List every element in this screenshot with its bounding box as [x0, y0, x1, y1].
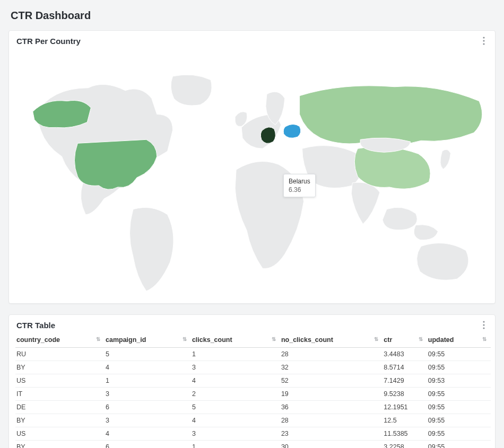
map-body: Belarus 6.36 — [9, 49, 495, 303]
cell-country_code: US — [15, 427, 105, 441]
svg-point-2 — [483, 43, 484, 45]
cell-country_code: US — [15, 374, 105, 388]
cell-updated: 09:55 — [427, 361, 491, 374]
cell-ctr: 3.2258 — [383, 441, 427, 449]
panel-header: CTR Per Country — [9, 31, 495, 49]
country-by[interactable] — [283, 124, 301, 138]
cell-no_clicks_count: 30 — [280, 441, 383, 449]
table-row[interactable]: US14527.142909:53 — [15, 374, 491, 388]
table-body: country_code⇅ campaign_id⇅ clicks_count⇅… — [9, 333, 495, 448]
cell-campaign_id: 1 — [105, 374, 191, 388]
country-de[interactable] — [260, 127, 275, 144]
country-cn[interactable] — [354, 147, 430, 189]
col-campaign_id[interactable]: campaign_id⇅ — [105, 333, 191, 348]
cell-ctr: 8.5714 — [383, 361, 427, 374]
svg-point-0 — [483, 37, 484, 38]
cell-no_clicks_count: 52 — [280, 374, 383, 388]
col-label: clicks_count — [192, 336, 232, 344]
table-row[interactable]: DE653612.195109:55 — [15, 401, 491, 414]
country-ru[interactable] — [300, 86, 482, 145]
svg-point-1 — [483, 40, 484, 41]
cell-country_code: BY — [15, 441, 105, 449]
cell-ctr: 12.5 — [383, 414, 427, 427]
panel-title: CTR Table — [16, 321, 55, 330]
cell-no_clicks_count: 28 — [280, 348, 383, 361]
panel-menu-icon[interactable] — [479, 320, 489, 330]
cell-no_clicks_count: 19 — [280, 388, 383, 401]
country-us-alaska[interactable] — [33, 101, 91, 128]
page-root: CTR Dashboard CTR Per Country — [0, 0, 504, 448]
cell-no_clicks_count: 32 — [280, 361, 383, 374]
col-updated[interactable]: updated⇅ — [427, 333, 491, 348]
panel-header: CTR Table — [9, 315, 495, 333]
ctr-table-panel: CTR Table country_code⇅ campaign_id⇅ cli… — [8, 314, 496, 448]
cell-clicks_count: 3 — [191, 427, 280, 441]
svg-point-4 — [483, 324, 484, 326]
cell-updated: 09:55 — [427, 401, 491, 414]
panel-menu-icon[interactable] — [479, 36, 489, 46]
col-clicks_count[interactable]: clicks_count⇅ — [191, 333, 280, 348]
panel-title: CTR Per Country — [16, 37, 81, 46]
col-country_code[interactable]: country_code⇅ — [15, 333, 105, 348]
tooltip-country: Belarus — [289, 177, 310, 186]
page-title: CTR Dashboard — [11, 10, 496, 22]
cell-campaign_id: 3 — [105, 388, 191, 401]
ctr-table: country_code⇅ campaign_id⇅ clicks_count⇅… — [15, 333, 491, 348]
col-ctr[interactable]: ctr⇅ — [383, 333, 427, 348]
col-label: no_clicks_count — [281, 336, 333, 344]
table-row[interactable]: BY342812.509:55 — [15, 414, 491, 427]
ctr-per-country-panel: CTR Per Country — [8, 30, 496, 304]
cell-updated: 09:55 — [427, 441, 491, 449]
cell-updated: 09:55 — [427, 427, 491, 441]
cell-country_code: IT — [15, 388, 105, 401]
cell-campaign_id: 6 — [105, 401, 191, 414]
cell-country_code: BY — [15, 414, 105, 427]
sort-icon: ⇅ — [183, 336, 187, 342]
cell-clicks_count: 4 — [191, 414, 280, 427]
cell-country_code: DE — [15, 401, 105, 414]
cell-clicks_count: 1 — [191, 441, 280, 449]
world-map[interactable]: Belarus 6.36 — [13, 51, 491, 299]
table-head: country_code⇅ campaign_id⇅ clicks_count⇅… — [15, 333, 491, 348]
col-label: updated — [428, 336, 454, 344]
cell-updated: 09:55 — [427, 388, 491, 401]
table-scroll[interactable]: RU51283.448309:55BY43328.571409:55US1452… — [15, 348, 491, 448]
cell-campaign_id: 6 — [105, 441, 191, 449]
tooltip-value: 6.36 — [289, 186, 310, 194]
cell-campaign_id: 4 — [105, 427, 191, 441]
cell-campaign_id: 3 — [105, 414, 191, 427]
cell-ctr: 7.1429 — [383, 374, 427, 388]
col-no_clicks_count[interactable]: no_clicks_count⇅ — [280, 333, 383, 348]
table-row[interactable]: IT32199.523809:55 — [15, 388, 491, 401]
cell-updated: 09:55 — [427, 348, 491, 361]
col-label: campaign_id — [106, 336, 146, 344]
cell-updated: 09:55 — [427, 414, 491, 427]
sort-icon: ⇅ — [419, 336, 423, 342]
svg-point-5 — [483, 327, 484, 329]
map-tooltip: Belarus 6.36 — [283, 174, 316, 197]
cell-country_code: BY — [15, 361, 105, 374]
cell-ctr: 12.1951 — [383, 401, 427, 414]
table-row[interactable]: US432311.538509:55 — [15, 427, 491, 441]
cell-updated: 09:53 — [427, 374, 491, 388]
sort-icon: ⇅ — [272, 336, 276, 342]
col-label: country_code — [16, 336, 60, 344]
table-row[interactable]: RU51283.448309:55 — [15, 348, 491, 361]
cell-campaign_id: 5 — [105, 348, 191, 361]
table-row[interactable]: BY43328.571409:55 — [15, 361, 491, 374]
cell-clicks_count: 3 — [191, 361, 280, 374]
table-row[interactable]: BY61303.225809:55 — [15, 441, 491, 449]
cell-clicks_count: 1 — [191, 348, 280, 361]
country-us[interactable] — [74, 139, 157, 189]
cell-no_clicks_count: 36 — [280, 401, 383, 414]
cell-no_clicks_count: 28 — [280, 414, 383, 427]
cell-ctr: 3.4483 — [383, 348, 427, 361]
svg-point-3 — [483, 321, 484, 322]
cell-clicks_count: 5 — [191, 401, 280, 414]
sort-icon: ⇅ — [96, 336, 100, 342]
cell-country_code: RU — [15, 348, 105, 361]
cell-ctr: 11.5385 — [383, 427, 427, 441]
ctr-table-rows: RU51283.448309:55BY43328.571409:55US1452… — [15, 348, 491, 448]
cell-ctr: 9.5238 — [383, 388, 427, 401]
cell-campaign_id: 4 — [105, 361, 191, 374]
